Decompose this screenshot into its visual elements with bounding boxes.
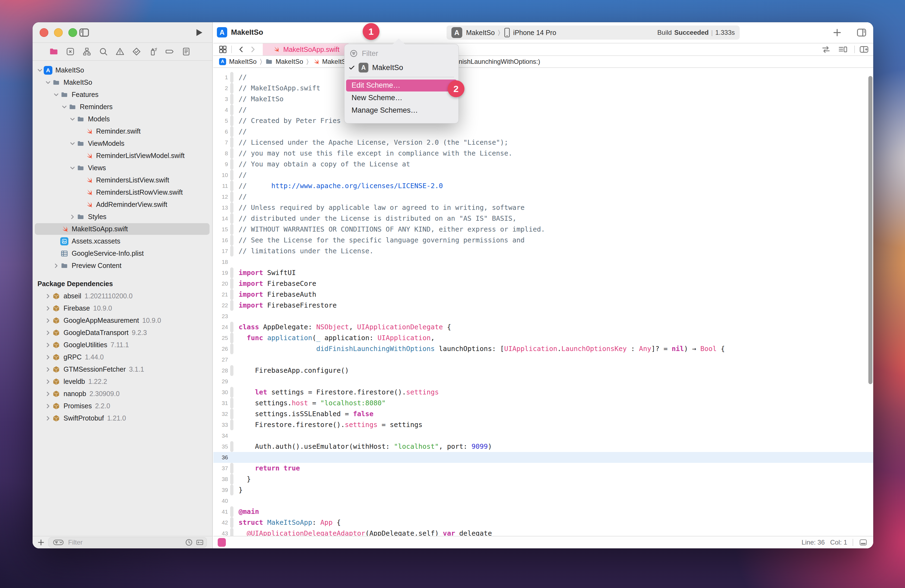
code-line-41[interactable]: 41@main — [213, 506, 873, 517]
code-line-17[interactable]: 17// limitations under the License. — [213, 246, 873, 257]
add-item-icon[interactable] — [37, 538, 45, 547]
scheme-filter-field[interactable]: Filter — [349, 48, 455, 59]
source-editor[interactable]: 1//2// MakeItSoApp.swift3// MakeItSo4//5… — [213, 68, 873, 536]
scrollbar-thumb[interactable] — [868, 76, 872, 384]
debug-icon[interactable] — [148, 47, 158, 56]
tree-item-views[interactable]: Views — [33, 162, 212, 174]
code-line-34[interactable]: 34 — [213, 430, 873, 441]
menu-item-new-scheme[interactable]: New Scheme… — [346, 92, 457, 104]
tree-item-reminderslistrowview-swift[interactable]: RemindersListRowView.swift — [33, 186, 212, 199]
menu-item-edit-scheme[interactable]: Edit Scheme… — [346, 79, 457, 92]
tree-item-reminder-swift[interactable]: Reminder.swift — [33, 125, 212, 137]
code-line-22[interactable]: 22import FirebaseFirestore — [213, 300, 873, 311]
code-line-8[interactable]: 8// you may not use this file except in … — [213, 148, 873, 159]
source-control-icon[interactable] — [65, 47, 75, 56]
run-button[interactable] — [193, 27, 204, 38]
project-navigator-icon[interactable] — [49, 47, 59, 56]
code-line-38[interactable]: 38 } — [213, 474, 873, 485]
tree-item-preview-content[interactable]: Preview Content — [33, 259, 212, 272]
filter-options-icon[interactable] — [51, 539, 65, 546]
code-line-39[interactable]: 39} — [213, 485, 873, 496]
disclosure-chevron-down-icon[interactable] — [37, 68, 43, 73]
package-item-swiftprotobuf[interactable]: SwiftProtobuf1.21.0 — [33, 412, 212, 424]
code-line-29[interactable]: 29 — [213, 376, 873, 387]
code-line-24[interactable]: 24class AppDelegate: NSObject, UIApplica… — [213, 322, 873, 332]
tree-item-models[interactable]: Models — [33, 113, 212, 125]
add-editor-icon[interactable] — [859, 44, 869, 54]
package-item-googleutilities[interactable]: GoogleUtilities7.11.1 — [33, 339, 212, 351]
code-line-27[interactable]: 27 — [213, 354, 873, 365]
disclosure-chevron-right-icon[interactable] — [69, 214, 76, 219]
code-line-2[interactable]: 2// MakeItSoApp.swift — [213, 83, 873, 94]
disclosure-chevron-down-icon[interactable] — [69, 165, 76, 171]
code-line-33[interactable]: 33 Firestore.firestore().settings = sett… — [213, 420, 873, 430]
scheme-name[interactable]: MakeItSo — [466, 29, 495, 37]
disclosure-chevron-down-icon[interactable] — [69, 141, 76, 146]
code-line-13[interactable]: 13// Unless required by applicable law o… — [213, 202, 873, 213]
package-item-abseil[interactable]: abseil1.2021110200.0 — [33, 290, 212, 302]
code-line-43[interactable]: 43 @UIApplicationDelegateAdaptor(AppDele… — [213, 528, 873, 536]
tree-item-addreminderview-swift[interactable]: AddReminderView.swift — [33, 199, 212, 211]
editor-options-icon[interactable] — [838, 44, 848, 54]
disclosure-chevron-down-icon[interactable] — [52, 92, 60, 97]
menu-item-scheme[interactable]: A MakeItSo — [348, 62, 455, 73]
code-line-31[interactable]: 31 settings.host = "localhost:8080" — [213, 398, 873, 408]
code-line-37[interactable]: 37 return true — [213, 463, 873, 474]
code-line-26[interactable]: 26 didFinishLaunchingWithOptions launchO… — [213, 343, 873, 354]
code-review-icon[interactable] — [821, 44, 831, 54]
breadcrumb-item[interactable]: AMakeItSo — [219, 58, 257, 65]
breakpoints-icon[interactable] — [165, 47, 175, 56]
breadcrumb-item[interactable]: MakeItSo — [265, 58, 303, 65]
go-forward-icon[interactable] — [249, 46, 256, 53]
code-line-15[interactable]: 15// WITHOUT WARRANTIES OR CONDITIONS OF… — [213, 224, 873, 235]
inspector-toggle-icon[interactable] — [856, 27, 867, 38]
code-line-32[interactable]: 32 settings.isSSLEnabled = false — [213, 408, 873, 420]
code-line-3[interactable]: 3// MakeItSo — [213, 94, 873, 105]
bookmark-icon[interactable] — [218, 538, 226, 547]
package-item-promises[interactable]: Promises2.2.0 — [33, 400, 212, 412]
disclosure-chevron-down-icon[interactable] — [44, 80, 52, 85]
package-item-leveldb[interactable]: leveldb1.22.2 — [33, 375, 212, 388]
package-item-gtmsessionfetcher[interactable]: GTMSessionFetcher3.1.1 — [33, 363, 212, 375]
issues-icon[interactable] — [115, 47, 125, 56]
scheme-selector[interactable]: A MakeItSo 〉 iPhone 14 Pro Build Succeed… — [446, 25, 740, 40]
code-line-35[interactable]: 35 Auth.auth().useEmulator(withHost: "lo… — [213, 441, 873, 452]
code-line-42[interactable]: 42struct MakeItSoApp: App { — [213, 517, 873, 528]
symbols-icon[interactable] — [82, 47, 92, 56]
code-line-20[interactable]: 20import FirebaseCore — [213, 278, 873, 289]
recent-files-icon[interactable] — [185, 538, 193, 547]
package-item-googleappmeasurement[interactable]: GoogleAppMeasurement10.9.0 — [33, 315, 212, 327]
disclosure-chevron-down-icon[interactable] — [69, 116, 76, 122]
tree-item-features[interactable]: Features — [33, 89, 212, 101]
zoom-button[interactable] — [68, 28, 77, 37]
tree-item-reminders[interactable]: Reminders — [33, 101, 212, 113]
code-line-36[interactable]: 36 — [213, 452, 873, 463]
disclosure-chevron-down-icon[interactable] — [61, 104, 68, 110]
tab-overview-icon[interactable] — [218, 45, 227, 54]
tests-icon[interactable] — [132, 47, 141, 56]
close-button[interactable] — [40, 28, 48, 37]
navigator-filter-field[interactable]: Filter — [48, 537, 207, 548]
reports-icon[interactable] — [181, 47, 191, 56]
editor-tab[interactable]: MakeItSoApp.swift — [263, 43, 349, 56]
tree-item-viewmodels[interactable]: ViewModels — [33, 137, 212, 149]
code-line-21[interactable]: 21import FirebaseAuth — [213, 289, 873, 300]
code-line-11[interactable]: 11// http://www.apache.org/licenses/LICE… — [213, 181, 873, 191]
code-line-6[interactable]: 6// — [213, 126, 873, 137]
code-line-18[interactable]: 18 — [213, 257, 873, 267]
package-item-grpc[interactable]: gRPC1.44.0 — [33, 351, 212, 363]
library-add-icon[interactable] — [832, 27, 842, 38]
code-line-12[interactable]: 12// — [213, 191, 873, 202]
package-item-googledatatransport[interactable]: GoogleDataTransport9.2.3 — [33, 327, 212, 339]
code-line-4[interactable]: 4// — [213, 105, 873, 115]
search-icon[interactable] — [98, 47, 108, 56]
debug-area-toggle-icon[interactable] — [859, 538, 868, 547]
tree-item-styles[interactable]: Styles — [33, 211, 212, 223]
go-back-icon[interactable] — [238, 46, 245, 53]
menu-item-manage-schemes[interactable]: Manage Schemes… — [346, 105, 457, 116]
code-line-14[interactable]: 14// distributed under the License is di… — [213, 213, 873, 224]
code-line-25[interactable]: 25 func application(_ application: UIApp… — [213, 332, 873, 343]
code-line-28[interactable]: 28 FirebaseApp.configure() — [213, 365, 873, 376]
code-line-40[interactable]: 40 — [213, 496, 873, 506]
tree-item-makeitsoapp-swift[interactable]: MakeItSoApp.swift — [33, 223, 212, 235]
